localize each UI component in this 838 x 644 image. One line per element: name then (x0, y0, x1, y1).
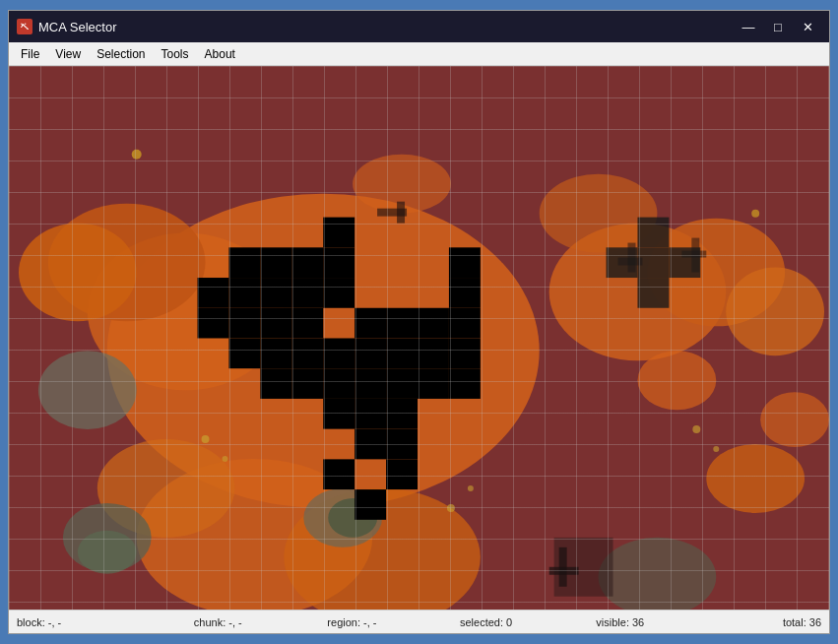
svg-rect-40 (228, 247, 260, 278)
svg-rect-52 (260, 308, 291, 339)
svg-rect-61 (260, 338, 291, 368)
menu-view[interactable]: View (47, 45, 89, 63)
svg-rect-67 (449, 338, 481, 368)
svg-rect-58 (449, 278, 481, 308)
menu-about[interactable]: About (197, 45, 243, 63)
svg-rect-71 (355, 368, 386, 399)
svg-rect-46 (291, 278, 323, 308)
svg-rect-56 (418, 308, 449, 339)
svg-rect-51 (228, 308, 260, 339)
svg-rect-45 (323, 278, 355, 308)
status-chunk: chunk: -, - (151, 616, 285, 628)
map-canvas (9, 66, 829, 610)
svg-rect-77 (386, 399, 418, 429)
close-button[interactable]: ✕ (794, 16, 821, 37)
svg-rect-66 (418, 338, 449, 368)
status-region: region: -, - (285, 616, 419, 628)
svg-rect-63 (323, 338, 355, 368)
svg-rect-85 (669, 247, 700, 278)
window-controls: — □ ✕ (735, 16, 821, 37)
svg-rect-48 (228, 278, 260, 308)
menu-selection[interactable]: Selection (89, 45, 153, 63)
svg-rect-65 (386, 338, 418, 368)
svg-rect-60 (228, 338, 260, 368)
status-selected: selected: 0 (419, 616, 553, 628)
minimize-button[interactable]: — (735, 16, 762, 37)
maximize-button[interactable]: □ (764, 16, 792, 37)
svg-rect-64 (355, 338, 386, 368)
svg-rect-41 (260, 247, 291, 278)
svg-rect-80 (323, 459, 355, 489)
menu-tools[interactable]: Tools (154, 45, 197, 63)
app-icon: ⛏ (17, 19, 32, 34)
status-total: total: 36 (687, 616, 821, 628)
svg-rect-70 (323, 368, 355, 399)
svg-rect-78 (355, 429, 386, 460)
svg-rect-42 (291, 247, 323, 278)
status-bar: block: -, - chunk: -, - region: -, - sel… (9, 610, 829, 633)
svg-rect-82 (355, 489, 386, 520)
svg-rect-72 (386, 368, 418, 399)
map-viewport[interactable] (9, 66, 829, 610)
svg-rect-53 (291, 308, 323, 339)
svg-rect-68 (260, 368, 291, 399)
svg-rect-59 (449, 247, 481, 278)
svg-rect-69 (291, 368, 323, 399)
svg-rect-50 (198, 308, 229, 339)
svg-rect-44 (323, 247, 355, 278)
menu-file[interactable]: File (13, 45, 47, 63)
svg-rect-74 (449, 368, 481, 399)
svg-rect-76 (355, 399, 386, 429)
svg-rect-62 (291, 338, 323, 368)
svg-rect-83 (607, 247, 638, 278)
main-window: ⛏ MCA Selector — □ ✕ File View Selection… (8, 10, 830, 634)
svg-rect-81 (386, 459, 418, 489)
svg-rect-49 (198, 278, 229, 308)
svg-rect-43 (323, 218, 355, 248)
status-block: block: -, - (17, 616, 151, 628)
title-bar: ⛏ MCA Selector — □ ✕ (9, 11, 829, 42)
svg-rect-84 (637, 247, 669, 278)
status-visible: visible: 36 (553, 616, 687, 628)
svg-rect-87 (637, 278, 669, 308)
svg-rect-54 (355, 308, 386, 339)
svg-rect-73 (418, 368, 449, 399)
svg-rect-75 (323, 399, 355, 429)
window-title: MCA Selector (38, 20, 735, 34)
svg-rect-57 (449, 308, 481, 339)
svg-rect-55 (386, 308, 418, 339)
svg-rect-47 (260, 278, 291, 308)
svg-rect-86 (637, 218, 669, 248)
menu-bar: File View Selection Tools About (9, 42, 829, 66)
svg-rect-79 (386, 429, 418, 460)
